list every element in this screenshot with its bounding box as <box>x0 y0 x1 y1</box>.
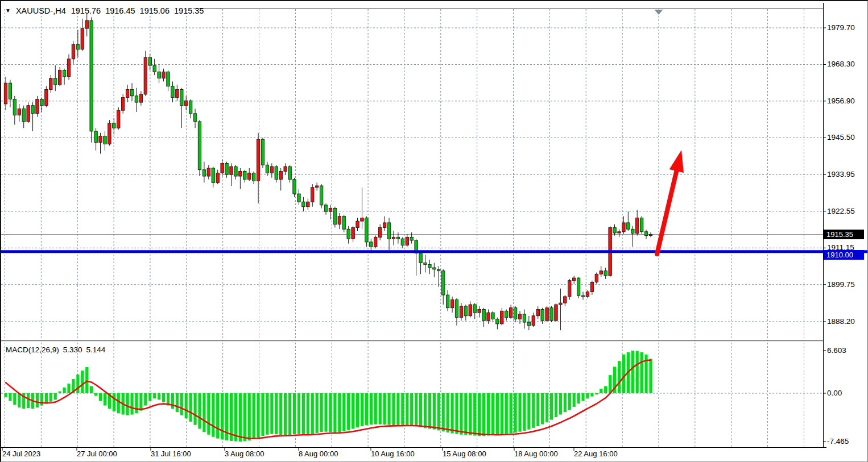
macd-bar <box>523 393 526 431</box>
candle-bearish <box>523 314 526 322</box>
macd-bar <box>568 393 571 410</box>
macd-bar <box>162 393 165 402</box>
candle-bullish <box>568 281 571 297</box>
candle-bullish <box>518 314 521 319</box>
macd-indicator-label: MACD(12,26,9) 5.330 5.144 <box>6 346 105 354</box>
candle-bearish <box>113 123 115 128</box>
candle-bearish <box>31 106 34 114</box>
arrow-shaft[interactable] <box>657 168 677 254</box>
macd-bar <box>396 393 399 426</box>
candle-bearish <box>342 217 345 230</box>
candle-bullish <box>162 72 165 78</box>
candle-bearish <box>437 269 440 271</box>
candle-bullish <box>378 227 381 237</box>
macd-axis-label: -7.465 <box>827 437 849 446</box>
candle-bearish <box>473 305 476 313</box>
candle-bearish <box>320 186 323 205</box>
candle-bullish <box>27 106 30 122</box>
candle-bearish <box>54 78 57 85</box>
macd-bar <box>13 393 16 405</box>
macd-bar <box>365 393 368 425</box>
close-value: 1915.35 <box>174 6 204 15</box>
candle-bullish <box>460 306 462 318</box>
macd-value: 5.330 <box>63 346 82 354</box>
candle-bullish <box>487 313 490 321</box>
macd-histogram <box>4 351 652 442</box>
candle-bearish <box>370 242 373 247</box>
macd-bar <box>279 393 282 435</box>
macd-bar <box>649 359 652 393</box>
candle-bearish <box>234 167 237 176</box>
macd-bar <box>581 393 584 401</box>
candle-bullish <box>144 57 147 94</box>
symbol-marker-icon: ▼ <box>5 7 11 15</box>
time-axis-label: 18 Aug 00:00 <box>514 449 558 458</box>
macd-bar <box>595 393 598 394</box>
candle-bullish <box>45 89 48 105</box>
macd-bar <box>342 393 345 431</box>
candle-bearish <box>550 308 553 321</box>
macd-bar <box>577 393 580 403</box>
macd-axis-label: 6.603 <box>827 346 846 355</box>
macd-bar <box>406 393 408 425</box>
macd-bar <box>185 393 188 418</box>
macd-bar <box>90 386 93 393</box>
candle-bearish <box>252 173 255 181</box>
candle-bearish <box>505 311 508 317</box>
macd-bar <box>501 393 503 435</box>
macd-bar <box>352 393 354 429</box>
candle-bearish <box>347 229 350 239</box>
candle-bearish <box>631 229 634 233</box>
macd-bar <box>410 393 413 426</box>
macd-bar <box>144 393 147 406</box>
macd-bar <box>113 393 115 411</box>
macd-bar <box>437 393 440 430</box>
chart-canvas[interactable] <box>1 1 868 462</box>
chart-title: ▼ XAUUSD-,H4 1915.76 1916.45 1915.06 191… <box>5 6 204 15</box>
candle-bearish <box>135 96 138 102</box>
candle-bearish <box>63 70 65 77</box>
candle-bullish <box>58 70 61 85</box>
chart-frame <box>1 3 826 451</box>
chart-shift-marker-icon[interactable] <box>655 10 663 15</box>
time-axis-label: 10 Aug 16:00 <box>371 449 415 458</box>
candle-bearish <box>189 101 192 114</box>
macd-bar <box>234 393 237 442</box>
macd-bar <box>316 393 319 433</box>
macd-bar <box>307 393 309 435</box>
macd-bar <box>482 393 485 436</box>
candle-bearish <box>22 109 25 122</box>
macd-bar <box>126 393 129 415</box>
candle-bullish <box>509 308 512 318</box>
time-axis-label: 24 Jul 2023 <box>2 449 40 458</box>
macd-bar <box>243 393 246 441</box>
candle-bearish <box>514 308 516 319</box>
macd-bar <box>496 393 499 435</box>
candle-bullish <box>307 202 309 206</box>
candle-bearish <box>446 295 449 308</box>
candle-bearish <box>491 313 494 319</box>
macd-bar <box>455 393 458 434</box>
trend-arrow-annotation[interactable] <box>657 150 684 254</box>
macd-bar <box>505 393 508 434</box>
time-axis-label: 15 Aug 08:00 <box>443 449 486 458</box>
candle-bearish <box>130 89 133 95</box>
low-value: 1915.06 <box>140 6 170 15</box>
candle-bullish <box>108 123 111 144</box>
high-value: 1916.45 <box>105 6 135 15</box>
candle-bullish <box>36 99 39 113</box>
macd-bar <box>333 393 336 432</box>
candle-bullish <box>532 316 535 326</box>
candle-bearish <box>627 223 630 229</box>
macd-bar <box>473 393 476 436</box>
candle-bearish <box>104 136 106 144</box>
arrow-head[interactable] <box>669 150 684 173</box>
candle-bearish <box>40 99 43 105</box>
macd-bar <box>18 393 20 407</box>
candle-bearish <box>541 309 544 321</box>
macd-bar <box>392 393 395 425</box>
macd-bar <box>81 371 84 393</box>
macd-bar <box>284 393 287 435</box>
candle-bearish <box>387 223 390 239</box>
macd-bar <box>527 393 530 430</box>
